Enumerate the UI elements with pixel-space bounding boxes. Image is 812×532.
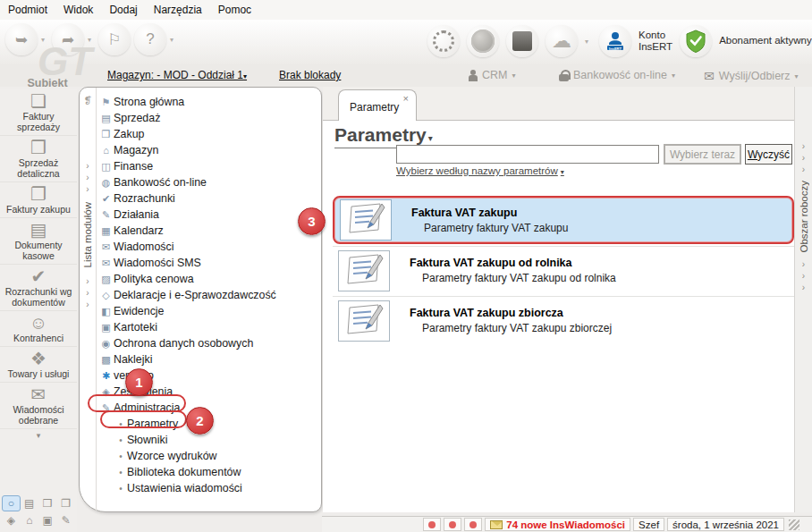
- list-item-faktura-vat-zakupu[interactable]: Faktura VAT zakupu Parametry faktury VAT…: [333, 196, 794, 244]
- globe-icon[interactable]: [467, 25, 499, 57]
- mail-icon: ✉: [98, 241, 114, 253]
- spinner-icon: [433, 30, 454, 52]
- module-faktury-sprzedazy[interactable]: ❏ Faktury sprzedaży: [0, 89, 77, 136]
- tree-item-dzialania[interactable]: ✎Działania: [98, 207, 319, 223]
- list-item-faktura-vat-zakupu-od-rolnika[interactable]: Faktura VAT zakupu od rolnika Parametry …: [333, 246, 794, 294]
- konto-insert-icon[interactable]: InsERT: [599, 25, 631, 57]
- module-towary-i-uslugi[interactable]: ❖ Towary i usługi: [0, 347, 77, 383]
- module-rozrachunki-wg-dokumentow[interactable]: ✔ Rozrachunki wg dokumentów: [0, 265, 77, 311]
- tree-item-wiadomosci[interactable]: ✉Wiadomości: [98, 239, 319, 255]
- tree-item-wzorce-wydrukow[interactable]: Wzorce wydruków: [98, 448, 319, 464]
- abonament-shield-icon[interactable]: [680, 25, 712, 57]
- menu-dodaj[interactable]: Dodaj: [101, 1, 145, 19]
- tree-item-sprzedaz[interactable]: ▤Sprzedaż: [98, 110, 319, 126]
- status-indicator[interactable]: [464, 518, 482, 531]
- cloud-services-icon[interactable]: ☁: [546, 25, 578, 57]
- document-pen-icon: [338, 300, 390, 342]
- mini-module-icon[interactable]: ▣: [38, 512, 57, 528]
- lista-modulow-strip[interactable]: ❡ › › › Lista modułów › › ›: [80, 88, 97, 511]
- menu-podmiot[interactable]: Podmiot: [0, 1, 55, 19]
- tab-label: Parametry: [350, 101, 399, 114]
- bankowosc-dropdown[interactable]: Bankowość on-line: [559, 69, 679, 81]
- chevron-down-icon: [561, 168, 564, 176]
- mini-module-icon[interactable]: ◈: [2, 512, 21, 528]
- menu-narzedzia[interactable]: Narzędzia: [146, 1, 210, 19]
- menu-widok[interactable]: Widok: [55, 1, 101, 19]
- privacy-icon: ◉: [98, 338, 114, 350]
- cash-documents-icon: ▤: [0, 220, 77, 240]
- cube-icon[interactable]: [506, 25, 538, 57]
- status-indicator[interactable]: [444, 518, 461, 531]
- magazyn-link[interactable]: Magazyn: - MOD - Oddział 1: [107, 69, 250, 81]
- pin-icon[interactable]: ❡: [83, 95, 91, 106]
- tree-item-ustawienia-wiadomosci[interactable]: Ustawienia wiadomości: [98, 480, 319, 496]
- chevron-down-icon[interactable]: [585, 38, 588, 46]
- tree-item-naklejki[interactable]: ▩Naklejki: [98, 351, 319, 367]
- chevron-down-icon: [672, 72, 675, 80]
- tree-item-wiadomosci-sms[interactable]: ✉Wiadomości SMS: [98, 255, 319, 271]
- tree-item-polityka-cenowa[interactable]: ▨Polityka cenowa: [98, 271, 319, 287]
- module-wiadomosci-odebrane[interactable]: ✉ Wiadomości odebrane: [0, 383, 77, 429]
- mini-module-selected[interactable]: ○: [2, 495, 21, 511]
- module-kontrahenci[interactable]: ☺ Kontrahenci: [0, 311, 77, 347]
- crm-dropdown[interactable]: CRM: [469, 69, 519, 81]
- tree-item-zakup[interactable]: ❒Zakup: [98, 126, 319, 142]
- list-item-faktura-vat-zakupu-zbiorcza[interactable]: Faktura VAT zakupu zbiorcza Parametry fa…: [333, 296, 794, 344]
- bank-online-icon: ◍: [98, 177, 114, 189]
- tree-label: Sprzedaż: [114, 112, 160, 124]
- tree-label: Ochrona danych osobowych: [114, 337, 253, 350]
- tree-item-ewidencje[interactable]: ◧Ewidencje: [98, 303, 319, 319]
- mini-module-icon[interactable]: ⌂: [21, 512, 39, 528]
- tree-item-magazyn[interactable]: ⌂Magazyn: [98, 142, 319, 158]
- date-status[interactable]: środa, 1 września 2021: [667, 518, 784, 531]
- status-indicator[interactable]: [423, 518, 441, 531]
- bullet-icon: [114, 484, 127, 494]
- item-subtitle: Parametry faktury VAT zakupu: [424, 222, 568, 234]
- tab-parametry[interactable]: Parametry ×: [338, 89, 417, 121]
- declarations-icon: ◇: [98, 290, 114, 301]
- lock-icon: [559, 70, 569, 81]
- flag-icon[interactable]: ⚐: [98, 23, 131, 55]
- brak-blokady-link[interactable]: Brak blokady: [279, 69, 341, 81]
- tree-item-ochrona-danych[interactable]: ◉Ochrona danych osobowych: [98, 335, 319, 351]
- module-dokumenty-kasowe[interactable]: ▤ Dokumenty kasowe: [0, 218, 77, 265]
- help-icon[interactable]: ?: [134, 23, 166, 55]
- tree-item-slowniki[interactable]: Słowniki: [98, 432, 319, 448]
- tree-item-biblioteka-dokumentow[interactable]: Biblioteka dokumentów: [98, 464, 319, 480]
- mini-module-icon[interactable]: ❒: [38, 495, 57, 511]
- module-sprzedaz-detaliczna[interactable]: ❒ Sprzedaż detaliczna: [0, 136, 77, 182]
- navigate-arrow-icon[interactable]: ➥: [5, 23, 38, 55]
- wybierz-teraz-button[interactable]: Wybierz teraz: [664, 144, 741, 165]
- tree-item-rozrachunki[interactable]: ✔Rozrachunki: [98, 190, 319, 207]
- item-title: Faktura VAT zakupu: [411, 207, 568, 219]
- tree-item-kalendarz[interactable]: ▦Kalendarz: [98, 223, 319, 239]
- mini-module-icon[interactable]: ✎: [57, 512, 76, 528]
- purchase-boxes-icon: ❒: [98, 129, 114, 140]
- wyczysc-button[interactable]: Wyczyść: [745, 144, 792, 165]
- module-more-chevron-icon[interactable]: [0, 429, 77, 442]
- wallet-icon: ◫: [98, 161, 114, 173]
- wyslij-odbierz-dropdown[interactable]: ✉ Wyślij/Odbierz: [704, 69, 802, 83]
- cloud-icon: ☁: [552, 30, 571, 53]
- mini-module-icon[interactable]: ❐: [57, 495, 76, 511]
- close-icon[interactable]: ×: [403, 93, 409, 104]
- tree-item-finanse[interactable]: ◫Finanse: [98, 158, 319, 174]
- tree-item-strona-glowna[interactable]: ⚑Strona główna: [98, 94, 319, 110]
- mini-module-icon[interactable]: ▤: [21, 495, 39, 511]
- filter-by-name-link[interactable]: Wybierz według nazwy parametrów: [396, 165, 568, 176]
- parameter-search-input[interactable]: [396, 145, 659, 164]
- sync-spinner-icon[interactable]: [427, 25, 460, 57]
- tree-item-bankowosc-online[interactable]: ◍Bankowość on-line: [98, 174, 319, 190]
- chevron-down-icon[interactable]: [170, 36, 173, 44]
- inswiadomosci-status[interactable]: 74 nowe InsWiadomości: [485, 518, 630, 531]
- tree-item-deklaracje[interactable]: ◇Deklaracje i e-Sprawozdawczość: [98, 287, 319, 303]
- document-pen-icon: [340, 199, 392, 241]
- module-faktury-zakupu[interactable]: ❐ Faktury zakupu: [0, 182, 77, 218]
- obszar-roboczy-strip[interactable]: › › › Obszar roboczy › › ›: [794, 87, 812, 512]
- tree-item-kartoteki[interactable]: ▣Kartoteki: [98, 319, 319, 335]
- resize-grip[interactable]: [789, 519, 799, 530]
- menu-pomoc[interactable]: Pomoc: [210, 1, 259, 19]
- user-status[interactable]: Szef: [633, 518, 664, 531]
- parameter-list: Faktura VAT zakupu Parametry faktury VAT…: [333, 196, 794, 344]
- settlements-check-icon: ✔: [98, 193, 114, 205]
